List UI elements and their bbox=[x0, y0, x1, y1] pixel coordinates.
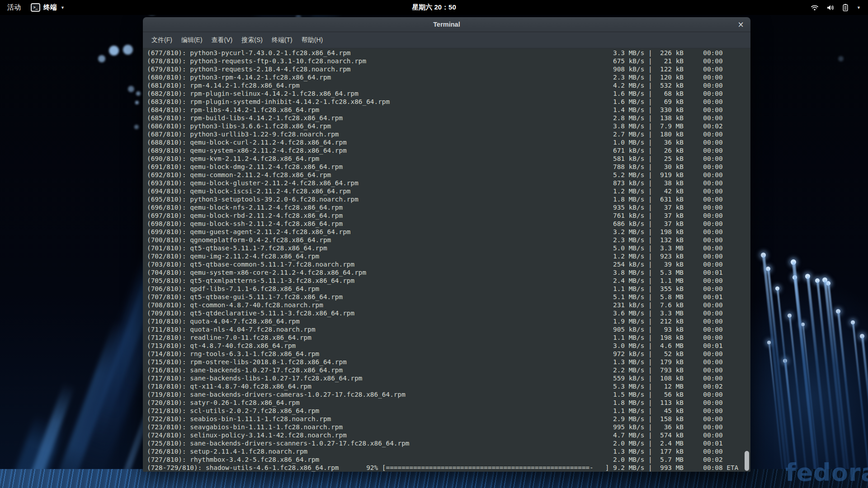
terminal-line: (717/810): sane-backends-libs-1.0.27-17.… bbox=[147, 374, 750, 382]
terminal-line: (722/810): seabios-bin-1.11.1-1.fc28.noa… bbox=[147, 415, 750, 423]
terminal-line: (681/810): rpm-4.14.2-1.fc28.x86_64.rpm … bbox=[147, 81, 750, 89]
terminal-line: (677/810): python3-pycurl-7.43.0.2-1.fc2… bbox=[147, 49, 750, 57]
terminal-line: (685/810): rpm-build-libs-4.14.2-1.fc28.… bbox=[147, 114, 750, 122]
terminal-window: Terminal × 文件(F) 编辑(E) 查看(V) 搜索(S) 终端(T)… bbox=[143, 17, 750, 472]
system-status-area[interactable]: ▼ bbox=[811, 4, 861, 11]
terminal-line: (695/810): python3-setuptools-39.2.0-6.f… bbox=[147, 195, 750, 203]
menu-bar: 文件(F) 编辑(E) 查看(V) 搜索(S) 终端(T) 帮助(H) bbox=[143, 32, 750, 48]
terminal-output[interactable]: (677/810): python3-pycurl-7.43.0.2-1.fc2… bbox=[143, 48, 750, 472]
menu-file[interactable]: 文件(F) bbox=[147, 32, 177, 48]
menu-help[interactable]: 帮助(H) bbox=[297, 32, 327, 48]
wallpaper-bokeh-dot bbox=[838, 56, 844, 61]
terminal-line: (723/810): seavgabios-bin-1.11.1-1.fc28.… bbox=[147, 423, 750, 431]
terminal-line: (687/810): python3-urllib3-1.22-9.fc28.n… bbox=[147, 130, 750, 138]
terminal-line: (679/810): python3-requests-2.18.4-4.fc2… bbox=[147, 65, 750, 73]
menu-terminal[interactable]: 终端(T) bbox=[267, 32, 297, 48]
terminal-line: (690/810): qemu-kvm-2.11.2-4.fc28.x86_64… bbox=[147, 155, 750, 163]
terminal-line: (712/810): readline-7.0-11.fc28.x86_64.r… bbox=[147, 333, 750, 342]
terminal-line: (724/810): selinux-policy-3.14.1-42.fc28… bbox=[147, 431, 750, 439]
terminal-line: (682/810): rpm-plugin-selinux-4.14.2-1.f… bbox=[147, 89, 750, 98]
volume-icon bbox=[826, 4, 835, 11]
menu-edit[interactable]: 编辑(E) bbox=[177, 32, 207, 48]
menu-search[interactable]: 搜索(S) bbox=[237, 32, 267, 48]
terminal-line: (709/810): qt5-qtdeclarative-5.11.1-3.fc… bbox=[147, 309, 750, 317]
terminal-line: (701/810): qt5-qtbase-5.11.1-7.fc28.x86_… bbox=[147, 244, 750, 252]
terminal-line: (691/810): qemu-block-dmg-2.11.2-4.fc28.… bbox=[147, 163, 750, 171]
clock-button[interactable]: 星期六 20：50 bbox=[0, 3, 868, 12]
menu-view[interactable]: 查看(V) bbox=[207, 32, 237, 48]
terminal-line: (715/810): rpm-ostree-libs-2018.8-1.fc28… bbox=[147, 358, 750, 366]
close-button[interactable]: × bbox=[735, 19, 746, 30]
terminal-line: (720/810): satyr-0.26-1.fc28.x86_64.rpm … bbox=[147, 399, 750, 407]
terminal-line: (684/810): rpm-libs-4.14.2-1.fc28.x86_64… bbox=[147, 106, 750, 114]
terminal-line: (703/810): qt5-qtbase-common-5.11.1-7.fc… bbox=[147, 260, 750, 268]
wifi-icon bbox=[811, 4, 819, 11]
terminal-line: (710/810): quota-4.04-7.fc28.x86_64.rpm … bbox=[147, 317, 750, 325]
terminal-line: (683/810): rpm-plugin-systemd-inhibit-4.… bbox=[147, 98, 750, 106]
terminal-line: (725/810): sane-backends-drivers-scanner… bbox=[147, 439, 750, 447]
terminal-line: (697/810): qemu-block-rbd-2.11.2-4.fc28.… bbox=[147, 211, 750, 220]
terminal-line: (707/810): qt5-qtbase-gui-5.11.1-7.fc28.… bbox=[147, 293, 750, 301]
wallpaper-bokeh-dot bbox=[134, 125, 139, 129]
top-bar: 活动 >_ 终端 ▼ 星期六 20：50 bbox=[0, 0, 868, 15]
system-chevron-down-icon: ▼ bbox=[857, 5, 861, 10]
terminal-line: (727/810): rhythmbox-3.4.2-5.fc28.x86_64… bbox=[147, 455, 750, 464]
wallpaper-bokeh-dot bbox=[109, 46, 119, 56]
terminal-line: (705/810): qt5-qtxmlpatterns-5.11.1-3.fc… bbox=[147, 277, 750, 285]
terminal-line: (688/810): qemu-block-curl-2.11.2-4.fc28… bbox=[147, 138, 750, 146]
desktop: fedora 活动 >_ 终端 ▼ 星期六 20：50 bbox=[0, 0, 868, 488]
terminal-line: (696/810): qemu-block-nfs-2.11.2-4.fc28.… bbox=[147, 203, 750, 211]
terminal-line: (719/810): sane-backends-drivers-cameras… bbox=[147, 390, 750, 399]
terminal-line: (692/810): qemu-common-2.11.2-4.fc28.x86… bbox=[147, 171, 750, 179]
wallpaper-bokeh-dot bbox=[136, 91, 141, 96]
terminal-line: (700/810): qgnomeplatform-0.4-2.fc28.x86… bbox=[147, 236, 750, 244]
window-titlebar[interactable]: Terminal × bbox=[143, 17, 750, 32]
terminal-line: (726/810): setup-2.11.4-1.fc28.noarch.rp… bbox=[147, 447, 750, 455]
terminal-line: (693/810): qemu-block-gluster-2.11.2-4.f… bbox=[147, 179, 750, 187]
terminal-line: (721/810): scl-utils-2.0.2-7.fc28.x86_64… bbox=[147, 407, 750, 415]
terminal-line: (711/810): quota-nls-4.04-7.fc28.noarch.… bbox=[147, 325, 750, 333]
terminal-line: (680/810): python3-rpm-4.14.2-1.fc28.x86… bbox=[147, 73, 750, 81]
terminal-line: (686/810): python3-libs-3.6.6-1.fc28.x86… bbox=[147, 122, 750, 130]
terminal-line: (728-729/810): shadow-utils-4.6-1.fc28.x… bbox=[147, 464, 750, 472]
terminal-line: (716/810): sane-backends-1.0.27-17.fc28.… bbox=[147, 366, 750, 374]
window-title: Terminal bbox=[433, 21, 460, 28]
wallpaper-bokeh-dot bbox=[98, 55, 105, 62]
terminal-line: (706/810): qpdf-libs-7.1.1-6.fc28.x86_64… bbox=[147, 285, 750, 293]
terminal-line: (702/810): qemu-img-2.11.2-4.fc28.x86_64… bbox=[147, 252, 750, 260]
terminal-line: (713/810): qt-4.8.7-40.fc28.x86_64.rpm 3… bbox=[147, 342, 750, 350]
terminal-line: (698/810): qemu-block-ssh-2.11.2-4.fc28.… bbox=[147, 220, 750, 228]
terminal-line: (689/810): qemu-system-x86-2.11.2-4.fc28… bbox=[147, 146, 750, 155]
wallpaper-bokeh-dot bbox=[123, 45, 133, 55]
wallpaper-bokeh-dot bbox=[135, 101, 139, 104]
wallpaper-bottom-band bbox=[0, 469, 868, 488]
terminal-line: (699/810): qemu-guest-agent-2.11.2-4.fc2… bbox=[147, 228, 750, 236]
terminal-line: (678/810): python3-requests-ftp-0.3.1-10… bbox=[147, 57, 750, 65]
terminal-line: (714/810): rng-tools-6.3.1-1.fc28.x86_64… bbox=[147, 350, 750, 358]
fedora-logo: fedora bbox=[785, 458, 868, 487]
scrollbar-thumb[interactable] bbox=[745, 451, 749, 471]
terminal-line: (708/810): qt-common-4.8.7-40.fc28.noarc… bbox=[147, 301, 750, 309]
terminal-line: (704/810): qemu-system-x86-core-2.11.2-4… bbox=[147, 268, 750, 277]
battery-icon bbox=[842, 4, 849, 11]
wallpaper-bokeh-dot bbox=[128, 86, 134, 92]
terminal-line: (694/810): qemu-block-iscsi-2.11.2-4.fc2… bbox=[147, 187, 750, 195]
terminal-line: (718/810): qt-x11-4.8.7-40.fc28.x86_64.r… bbox=[147, 382, 750, 390]
